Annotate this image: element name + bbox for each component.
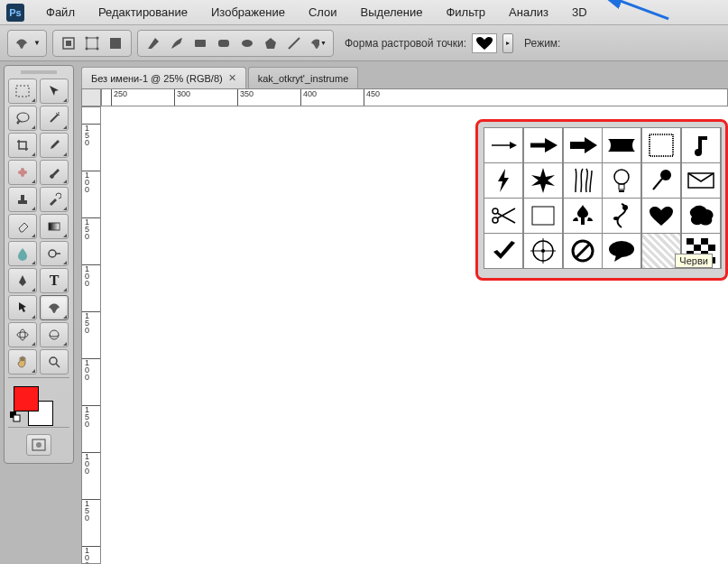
gradient-tool[interactable] xyxy=(40,214,69,239)
freeform-pen-icon[interactable] xyxy=(167,33,187,53)
svg-line-32 xyxy=(56,364,60,367)
default-colors-icon[interactable] xyxy=(10,411,21,422)
magic-wand-tool[interactable] xyxy=(40,106,69,131)
shape-arrow-block[interactable] xyxy=(564,128,602,162)
shape-grass[interactable] xyxy=(564,163,602,198)
tool-panel: T xyxy=(4,65,74,464)
lasso-tool[interactable] xyxy=(8,106,37,131)
shape-scissors[interactable] xyxy=(484,199,522,233)
svg-rect-24 xyxy=(18,200,27,204)
svg-marker-13 xyxy=(265,38,276,49)
menu-file[interactable]: Файл xyxy=(35,2,86,23)
svg-line-55 xyxy=(497,208,515,218)
shape-music-note[interactable] xyxy=(682,128,720,162)
shape-banner[interactable] xyxy=(603,128,640,162)
svg-point-8 xyxy=(96,47,98,50)
svg-rect-23 xyxy=(21,195,24,200)
history-brush-tool[interactable] xyxy=(40,187,69,212)
svg-point-30 xyxy=(50,330,59,339)
3d-rotate-tool[interactable] xyxy=(8,322,37,347)
move-tool[interactable] xyxy=(40,79,69,104)
svg-rect-18 xyxy=(16,86,29,97)
tool-preset-picker[interactable]: ▼ xyxy=(7,30,47,57)
fill-pixels-icon[interactable] xyxy=(106,33,125,53)
ruler-origin[interactable] xyxy=(81,88,101,106)
ellipse-icon[interactable] xyxy=(237,33,257,53)
3d-orbit-tool[interactable] xyxy=(40,322,69,347)
shape-arrow-bold[interactable] xyxy=(524,128,562,162)
menu-image[interactable]: Изображение xyxy=(200,2,296,23)
shape-fleur[interactable] xyxy=(564,199,602,233)
panel-grip[interactable] xyxy=(8,69,69,79)
custom-shape-tool[interactable] xyxy=(40,295,69,320)
shape-bulb[interactable] xyxy=(603,163,640,198)
line-icon[interactable] xyxy=(284,33,304,53)
svg-marker-66 xyxy=(614,255,623,262)
pen-tool[interactable] xyxy=(8,268,37,293)
close-icon[interactable]: ✕ xyxy=(228,72,236,84)
custom-shape-tool-icon[interactable]: ▼ xyxy=(308,33,327,53)
tab-active[interactable]: Без имени-1 @ 25% (RGB/8) ✕ xyxy=(81,67,246,88)
stamp-tool[interactable] xyxy=(8,187,37,212)
shape-checkmark[interactable] xyxy=(484,234,522,268)
shape-vine[interactable] xyxy=(603,199,640,233)
svg-point-57 xyxy=(622,205,628,210)
svg-rect-25 xyxy=(49,223,60,230)
shape-lightning[interactable] xyxy=(484,163,522,198)
menu-3d[interactable]: 3D xyxy=(561,2,598,23)
crop-tool[interactable] xyxy=(8,133,37,158)
eyedropper-tool[interactable] xyxy=(40,133,69,158)
tab-inactive[interactable]: kak_otkryt'_instrume xyxy=(248,67,359,88)
shape-dropdown-button[interactable]: ▸ xyxy=(502,33,513,53)
zoom-tool[interactable] xyxy=(40,349,69,374)
svg-text:Ps: Ps xyxy=(9,7,21,18)
type-tool[interactable]: T xyxy=(40,268,69,293)
shape-envelope[interactable] xyxy=(682,163,720,198)
svg-point-6 xyxy=(96,36,98,39)
shape-rect-outline[interactable] xyxy=(524,199,562,233)
menu-layers[interactable]: Слои xyxy=(298,2,348,23)
workspace: T Без имени-1 @ 25% (RGB/8) ✕ xyxy=(0,61,728,564)
shape-burst[interactable] xyxy=(524,163,562,198)
ruler-vertical[interactable]: 150 100 150 100 150 100 150 100 150 100 xyxy=(81,106,101,564)
ruler-horizontal[interactable]: 250 300 350 400 450 xyxy=(101,88,728,106)
svg-point-46 xyxy=(614,170,629,184)
shape-speech-bubble[interactable] xyxy=(603,234,640,268)
shape-target[interactable] xyxy=(524,234,562,268)
shape-heart[interactable] xyxy=(642,199,680,233)
svg-rect-4 xyxy=(87,38,97,49)
path-select-tool[interactable] xyxy=(8,295,37,320)
blur-tool[interactable] xyxy=(8,241,37,266)
shape-arrow-thin[interactable] xyxy=(484,128,522,162)
svg-rect-70 xyxy=(694,245,701,251)
menu-analysis[interactable]: Анализ xyxy=(498,2,559,23)
menu-edit[interactable]: Редактирование xyxy=(88,2,198,23)
shape-pushpin[interactable] xyxy=(642,163,680,198)
svg-rect-9 xyxy=(110,38,121,49)
paths-icon[interactable] xyxy=(82,33,102,53)
eraser-tool[interactable] xyxy=(8,214,37,239)
pen-icon[interactable] xyxy=(143,33,163,53)
app-logo: Ps xyxy=(5,2,26,23)
menu-filter[interactable]: Фильтр xyxy=(435,2,496,23)
svg-point-29 xyxy=(20,329,25,340)
shape-blob[interactable] xyxy=(682,199,720,233)
shape-layers-icon[interactable] xyxy=(59,33,78,53)
shape-no-sign[interactable] xyxy=(564,234,602,268)
dodge-tool[interactable] xyxy=(40,241,69,266)
hand-tool[interactable] xyxy=(8,349,37,374)
quick-mask-toggle[interactable] xyxy=(8,434,69,456)
menu-select[interactable]: Выделение xyxy=(350,2,434,23)
current-shape-thumb[interactable] xyxy=(472,33,497,53)
brush-tool[interactable] xyxy=(40,160,69,185)
marquee-tool[interactable] xyxy=(8,79,37,104)
rounded-rect-icon[interactable] xyxy=(214,33,234,53)
rectangle-icon[interactable] xyxy=(190,33,210,53)
shape-frame[interactable] xyxy=(642,128,680,162)
shape-pattern[interactable]: Черви xyxy=(642,234,680,268)
document-area: Без имени-1 @ 25% (RGB/8) ✕ kak_otkryt'_… xyxy=(81,65,728,564)
polygon-icon[interactable] xyxy=(261,33,281,53)
healing-tool[interactable] xyxy=(8,160,37,185)
svg-line-50 xyxy=(653,179,662,190)
foreground-color[interactable] xyxy=(14,386,39,411)
